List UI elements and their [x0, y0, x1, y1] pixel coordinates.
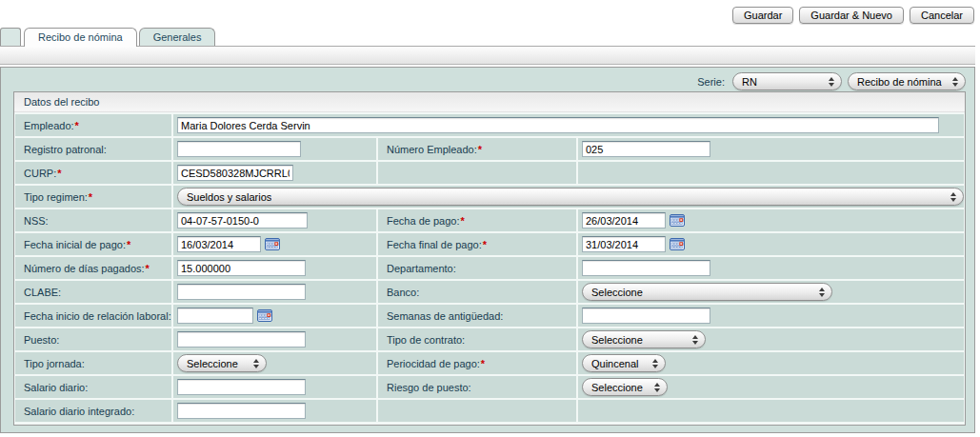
empty-cell — [578, 400, 964, 422]
form-panel: Serie: RN Recibo de nómina Datos del rec… — [0, 67, 975, 433]
serie-label: Serie: — [697, 76, 725, 88]
tab-stub — [0, 28, 21, 46]
tipo-regimen-select[interactable]: Sueldos y salarios — [177, 188, 964, 206]
empleado-label: Empleado:* — [15, 114, 171, 136]
empleado-input[interactable] — [177, 117, 939, 133]
puesto-label: Puesto: — [15, 328, 171, 350]
field-label-text: Puesto: — [24, 334, 59, 346]
empty-label — [378, 400, 576, 422]
form-rows: Empleado:*Registro patronal:Número Emple… — [14, 112, 965, 424]
clabe-label: CLABE: — [15, 281, 171, 303]
empleado-cell — [173, 114, 964, 136]
required-asterisk: * — [89, 191, 92, 203]
numero-de-dias-pagados-input[interactable] — [177, 260, 306, 276]
toolbar-strip — [0, 46, 975, 65]
banco-cell: Seleccione — [578, 281, 964, 303]
field-label-text: Semanas de antigüedad: — [387, 310, 503, 322]
tipo-regimen-cell: Sueldos y salarios — [173, 186, 964, 208]
fecha-inicio-relacion-laboral-cell — [173, 305, 376, 327]
salario-diario-integrado-cell — [173, 400, 376, 422]
salario-diario-label: Salario diario: — [15, 376, 171, 398]
field-label-text: Registro patronal: — [24, 144, 107, 155]
cancel-button[interactable]: Cancelar — [910, 7, 974, 24]
fecha-de-pago-input[interactable] — [582, 212, 666, 228]
tipo-regimen-label: Tipo regimen:* — [15, 186, 171, 208]
field-label-text: Número Empleado: — [387, 144, 477, 155]
salario-diario-input[interactable] — [177, 379, 306, 395]
curp-cell — [173, 162, 376, 184]
periocidad-de-pago-select[interactable]: Quincenal — [582, 354, 666, 372]
fecha-inicio-relacion-laboral-input[interactable] — [177, 308, 253, 324]
banco-select[interactable]: Seleccione — [582, 283, 832, 301]
fecha-inicial-de-pago-input[interactable] — [177, 236, 261, 252]
registro-patronal-input[interactable] — [177, 141, 301, 157]
toolbar: Guardar Guardar & Nuevo Cancelar — [732, 7, 974, 24]
tipo-jornada-select[interactable]: Seleccione — [177, 354, 267, 372]
field-label-text: Fecha de pago: — [387, 215, 459, 227]
riesgo-de-puesto-label: Riesgo de puesto: — [378, 376, 576, 398]
document-type-select-value: Recibo de nómina — [857, 76, 942, 88]
curp-input[interactable] — [177, 165, 293, 181]
tab-generales[interactable]: Generales — [139, 28, 216, 46]
field-label-text: Fecha final de pago: — [387, 239, 482, 250]
required-asterisk: * — [460, 215, 464, 227]
save-and-new-button[interactable]: Guardar & Nuevo — [799, 7, 904, 24]
select-arrows-icon — [950, 192, 956, 202]
tipo-jornada-label: Tipo jornada: — [15, 352, 171, 374]
nss-cell — [173, 209, 376, 231]
serie-select-value: RN — [742, 76, 757, 88]
tab-recibo-de-nomina[interactable]: Recibo de nómina — [24, 28, 137, 47]
document-type-select[interactable]: Recibo de nómina — [848, 72, 966, 90]
required-asterisk: * — [483, 239, 487, 250]
departamento-input[interactable] — [582, 260, 710, 276]
fecha-inicio-relacion-laboral-label: Fecha inicio de relación laboral: — [15, 305, 171, 327]
calendar-icon[interactable] — [257, 309, 272, 322]
tab-bar: Recibo de nómina Generales — [0, 28, 217, 46]
section-header: Datos del recibo — [14, 92, 965, 112]
puesto-input[interactable] — [177, 331, 306, 348]
fecha-inicial-de-pago-label: Fecha inicial de pago:* — [15, 233, 171, 255]
select-arrows-icon — [652, 359, 658, 368]
numero-empleado-cell — [578, 138, 964, 160]
field-label-text: Banco: — [387, 287, 419, 298]
field-label-text: NSS: — [24, 215, 49, 227]
required-asterisk: * — [146, 263, 150, 274]
fecha-de-pago-label: Fecha de pago:* — [378, 209, 576, 231]
riesgo-de-puesto-select[interactable]: Seleccione — [582, 378, 668, 396]
calendar-icon[interactable] — [670, 238, 685, 250]
tipo-de-contrato-select[interactable]: Seleccione — [582, 330, 706, 348]
field-label-text: Tipo de contrato: — [387, 334, 465, 346]
numero-empleado-input[interactable] — [582, 141, 710, 157]
required-asterisk: * — [57, 168, 61, 179]
banco-select-value: Seleccione — [591, 287, 643, 298]
field-label-text: Departamento: — [387, 263, 456, 274]
save-button[interactable]: Guardar — [732, 7, 793, 24]
salario-diario-integrado-label: Salario diario integrado: — [15, 400, 171, 422]
semanas-de-antiguedad-cell — [578, 305, 964, 327]
periocidad-de-pago-select-value: Quincenal — [591, 358, 639, 369]
clabe-input[interactable] — [177, 284, 306, 300]
fecha-final-de-pago-input[interactable] — [582, 236, 666, 252]
required-asterisk: * — [127, 239, 130, 250]
calendar-icon[interactable] — [265, 238, 280, 250]
fecha-de-pago-cell — [578, 209, 964, 231]
numero-de-dias-pagados-cell — [173, 257, 376, 279]
nss-input[interactable] — [177, 212, 308, 228]
periocidad-de-pago-cell: Quincenal — [578, 352, 964, 374]
required-asterisk: * — [478, 144, 482, 155]
semanas-de-antiguedad-input[interactable] — [582, 308, 710, 324]
select-arrows-icon — [819, 288, 825, 297]
riesgo-de-puesto-cell: Seleccione — [578, 376, 964, 398]
field-label-text: CLABE: — [24, 287, 61, 298]
clabe-cell — [173, 281, 376, 303]
calendar-icon[interactable] — [670, 214, 685, 227]
required-asterisk: * — [75, 120, 79, 131]
salario-diario-integrado-input[interactable] — [177, 403, 306, 419]
field-label-text: Periocidad de pago: — [387, 358, 480, 369]
periocidad-de-pago-label: Periocidad de pago:* — [378, 352, 576, 374]
empty-label — [378, 162, 576, 184]
field-label-text: Fecha inicio de relación laboral: — [24, 310, 171, 322]
registro-patronal-label: Registro patronal: — [15, 138, 171, 160]
departamento-label: Departamento: — [378, 257, 576, 279]
serie-select[interactable]: RN — [732, 72, 842, 90]
